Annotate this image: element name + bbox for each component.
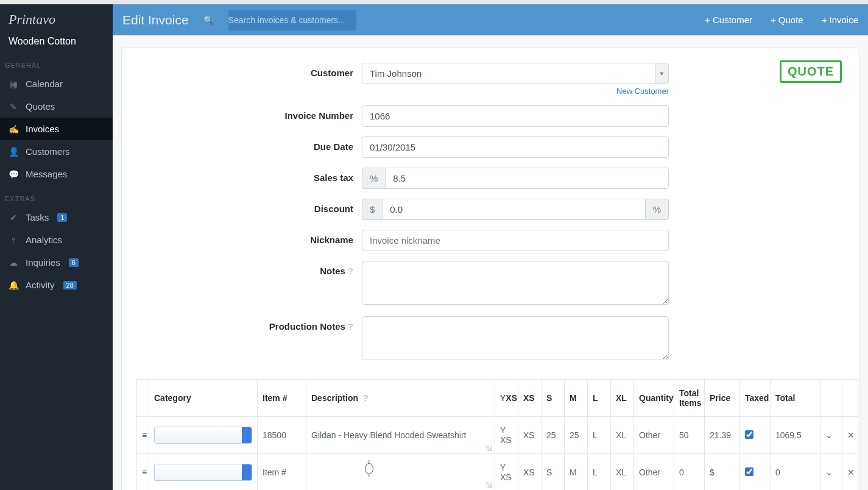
expand-row-button[interactable]: ⌄ [820, 417, 842, 454]
badge: 28 [63, 281, 77, 289]
sidebar-item-quotes[interactable]: ✎Quotes [0, 95, 113, 118]
notes-textarea[interactable] [362, 261, 669, 305]
th-category: Category [149, 380, 258, 417]
sidebar-item-calendar[interactable]: ▦Calendar [0, 73, 113, 95]
sidebar-item-label: Messages [26, 169, 67, 179]
invoice-number-label: Invoice Number [136, 105, 362, 121]
description-cell[interactable] [306, 454, 495, 491]
invoice-panel: QUOTE Customer Tim Johnson▼ New Customer… [121, 48, 859, 490]
s-cell[interactable]: S [542, 454, 565, 491]
category-select[interactable] [154, 464, 252, 481]
total-cell: 1069.5 [771, 417, 820, 454]
sidebar-item-label: Customers [26, 146, 70, 157]
production-notes-label: Production Notes? [136, 316, 362, 332]
customer-value: Tim Johnson [370, 68, 422, 79]
sidebar-item-tasks[interactable]: ✔Tasks1 [0, 206, 113, 229]
m-cell[interactable]: M [565, 454, 588, 491]
label: Quote [778, 15, 803, 25]
xs-cell[interactable]: XS [518, 454, 542, 491]
th-total: Total [771, 380, 820, 417]
plus-icon: + [771, 15, 776, 25]
taxed-cell[interactable] [740, 417, 771, 454]
bell-icon: 🔔 [9, 280, 18, 290]
th-description: Description ? [306, 380, 495, 417]
drag-handle-icon[interactable]: ≡ [137, 454, 149, 491]
l-cell[interactable]: L [588, 454, 611, 491]
th-s: S [542, 380, 565, 417]
help-icon[interactable]: ? [348, 321, 353, 332]
th-taxed: Taxed [740, 380, 771, 417]
sidebar: Printavo Wooden Cotton GENERAL ▦Calendar… [0, 4, 113, 490]
sidebar-item-label: Calendar [26, 79, 63, 89]
resize-icon[interactable] [486, 445, 492, 451]
page-title: Edit Invoice [122, 13, 189, 27]
taxed-checkbox[interactable] [745, 430, 753, 439]
item-number-cell[interactable]: 18500 [258, 417, 306, 454]
production-notes-textarea[interactable] [362, 316, 669, 360]
price-cell[interactable]: $ [705, 454, 740, 491]
quantity-cell[interactable]: Other [634, 454, 674, 491]
delete-row-button[interactable]: ✕ [842, 454, 858, 491]
xl-cell[interactable]: XL [611, 417, 634, 454]
resize-icon[interactable] [486, 482, 492, 488]
th-yxs: YXS [495, 380, 518, 417]
s-cell[interactable]: 25 [542, 417, 565, 454]
th-xl: XL [611, 380, 634, 417]
expand-row-button[interactable]: ⌄ [820, 454, 842, 491]
xl-cell[interactable]: XL [611, 454, 634, 491]
total-cell: 0 [771, 454, 820, 491]
customer-select[interactable]: Tim Johnson▼ [362, 63, 669, 84]
sales-tax-input[interactable] [385, 168, 669, 189]
total-items-cell: 0 [674, 454, 705, 491]
discount-input[interactable] [382, 199, 645, 220]
sidebar-item-activity[interactable]: 🔔Activity28 [0, 274, 113, 296]
sidebar-item-messages[interactable]: 💬Messages [0, 163, 113, 185]
label: Invoice [829, 15, 858, 25]
item-number-cell[interactable]: Item # [258, 454, 306, 491]
add-quote-button[interactable]: +Quote [771, 15, 803, 25]
price-cell[interactable]: 21.39 [705, 417, 740, 454]
th-xs: XS [518, 380, 542, 417]
xs-cell[interactable]: XS [518, 417, 542, 454]
percent-prefix: % [362, 168, 385, 189]
total-items-cell: 50 [674, 417, 705, 454]
topbar: Edit Invoice 🔍 +Customer +Quote +Invoice [113, 4, 868, 35]
nickname-label: Nickname [136, 230, 362, 245]
plus-icon: + [822, 15, 827, 25]
notes-label: Notes? [136, 261, 362, 276]
sidebar-item-customers[interactable]: 👤Customers [0, 140, 113, 163]
nickname-input[interactable] [362, 230, 669, 251]
description-cell[interactable]: Gildan - Heavy Blend Hooded Sweatshirt [306, 417, 495, 454]
help-icon[interactable]: ? [363, 393, 369, 403]
delete-row-button[interactable]: ✕ [842, 417, 858, 454]
percent-suffix: % [646, 199, 669, 220]
add-invoice-button[interactable]: +Invoice [822, 15, 858, 25]
th-l: L [588, 380, 611, 417]
taxed-cell[interactable] [740, 454, 771, 491]
sidebar-item-invoices[interactable]: ✍Invoices [0, 118, 113, 140]
yxs-cell[interactable]: Y XS [495, 417, 518, 454]
sidebar-item-label: Invoices [26, 124, 59, 134]
th-m: M [565, 380, 588, 417]
badge: 1 [57, 213, 67, 222]
l-cell[interactable]: L [588, 417, 611, 454]
sidebar-item-analytics[interactable]: ⫯Analytics [0, 229, 113, 251]
add-customer-button[interactable]: +Customer [705, 15, 752, 25]
sidebar-item-label: Analytics [26, 235, 62, 245]
yxs-cell[interactable]: Y XS [495, 454, 518, 491]
category-select[interactable] [154, 427, 252, 444]
help-icon[interactable]: ? [348, 266, 353, 276]
due-date-input[interactable] [362, 137, 669, 158]
new-customer-link[interactable]: New Customer [362, 87, 669, 96]
sidebar-item-inquiries[interactable]: ☁Inquiries6 [0, 251, 113, 274]
m-cell[interactable]: 25 [565, 417, 588, 454]
user-icon: 👤 [9, 147, 18, 157]
quantity-cell[interactable]: Other [634, 417, 674, 454]
invoice-number-input[interactable] [362, 105, 669, 127]
calendar-icon: ▦ [9, 79, 18, 89]
drag-handle-icon[interactable]: ≡ [137, 417, 149, 454]
taxed-checkbox[interactable] [745, 467, 753, 476]
search-input[interactable] [228, 10, 356, 30]
th-quantity: Quantity [634, 380, 674, 417]
chat-icon: 💬 [9, 169, 18, 179]
